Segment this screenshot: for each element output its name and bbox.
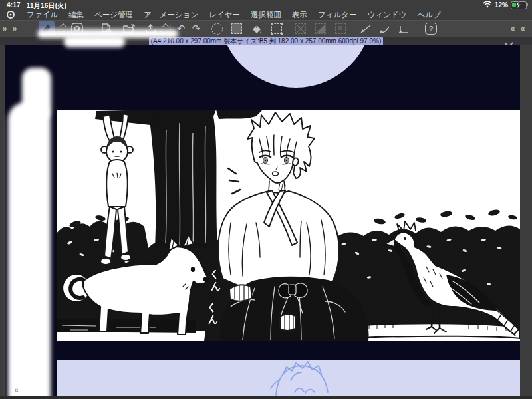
manga-panel: く ん く ん bbox=[57, 110, 520, 341]
bottom-edge-bar bbox=[0, 396, 532, 399]
clip-studio-paint-app: 4:17 11月16日(火) 12% ファイル 編集 ページ管理 アニメーション… bbox=[0, 0, 532, 399]
menu-selection[interactable]: 選択範囲 bbox=[251, 10, 281, 20]
bottom-collapse-icon[interactable]: « bbox=[15, 386, 19, 394]
next-page-area bbox=[57, 360, 520, 396]
svg-text:ん: ん bbox=[211, 280, 221, 291]
pencil-sketch-head bbox=[57, 360, 520, 396]
status-bar: 4:17 11月16日(火) 12% bbox=[0, 0, 532, 9]
page-moon-circle bbox=[219, 45, 372, 88]
expand-panel-icon-2[interactable]: » bbox=[10, 21, 19, 36]
battery-percent: 12% bbox=[495, 1, 508, 9]
document-info[interactable]: (A4 210.00 x 297.00mm 製本サイズ:B5 判 182.00 … bbox=[149, 37, 383, 45]
deselect-icon bbox=[293, 21, 309, 36]
menu-window[interactable]: ウィンドウ bbox=[368, 10, 407, 20]
collapse-panel-icon[interactable]: « bbox=[508, 21, 517, 36]
menu-view[interactable]: 表示 bbox=[292, 10, 307, 20]
menu-page-management[interactable]: ページ管理 bbox=[94, 10, 133, 20]
menu-animation[interactable]: アニメーション bbox=[144, 10, 198, 20]
battery-charging-icon bbox=[511, 1, 527, 9]
svg-text:く: く bbox=[209, 268, 219, 279]
censor-stroke bbox=[64, 36, 125, 47]
fill-bucket-icon[interactable] bbox=[249, 21, 265, 36]
canvas-viewport[interactable]: く ん く ん bbox=[5, 45, 520, 396]
menu-bar: ファイル 編集 ページ管理 アニメーション レイヤー 選択範囲 表示 フィルター… bbox=[0, 9, 532, 20]
menu-edit[interactable]: 編集 bbox=[68, 10, 84, 20]
select-circle-icon[interactable] bbox=[209, 21, 225, 36]
snap-special-ruler-icon[interactable] bbox=[376, 21, 392, 36]
invert-selection-icon bbox=[313, 21, 329, 36]
help-icon[interactable]: ? bbox=[423, 21, 439, 36]
censor-stroke bbox=[8, 102, 51, 399]
collapse-panel-icon-2[interactable]: « bbox=[518, 21, 527, 36]
svg-text:ん: ん bbox=[208, 313, 218, 325]
expand-panel-icon[interactable]: » bbox=[0, 21, 9, 36]
menu-help[interactable]: ヘルプ bbox=[418, 10, 441, 20]
transform-icon[interactable] bbox=[269, 21, 285, 36]
menu-filter[interactable]: フィルター bbox=[318, 10, 357, 20]
svg-text:く: く bbox=[207, 301, 217, 313]
redo-icon[interactable]: ↷ bbox=[188, 21, 204, 36]
marquee-select-icon[interactable] bbox=[229, 21, 245, 36]
wifi-icon bbox=[483, 1, 492, 9]
shrink-selection-icon bbox=[332, 21, 348, 36]
menu-layer[interactable]: レイヤー bbox=[209, 10, 240, 20]
snap-ruler-icon[interactable] bbox=[358, 21, 374, 36]
snap-grid-icon[interactable] bbox=[395, 21, 411, 36]
canvas-area[interactable]: く ん く ん bbox=[0, 45, 532, 396]
menu-file[interactable]: ファイル bbox=[27, 10, 58, 20]
manga-artwork: く ん く ん bbox=[57, 110, 520, 341]
clip-studio-logo-icon[interactable] bbox=[5, 9, 16, 20]
